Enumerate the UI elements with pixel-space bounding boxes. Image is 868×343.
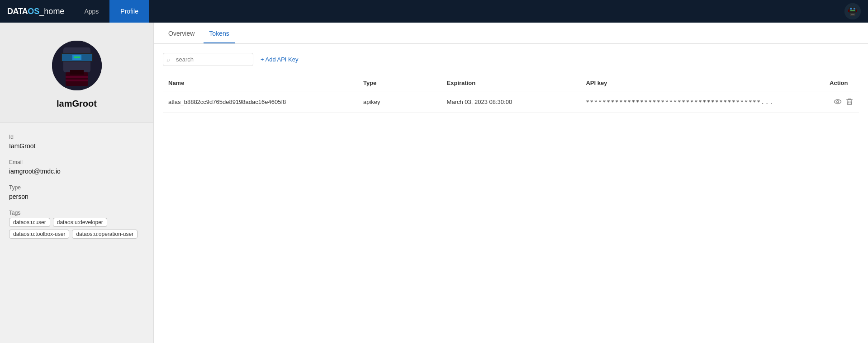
svg-rect-6 — [856, 9, 857, 12]
nav-tab-apps[interactable]: Apps — [73, 0, 109, 23]
brand-home-text: _home — [39, 7, 64, 16]
table-row: atlas_b8882cc9d765de89198adac16e4605f8 a… — [163, 91, 859, 113]
trash-icon — [845, 98, 854, 106]
top-navigation: DATAOS _home Apps Profile — [0, 0, 868, 23]
nav-right — [844, 3, 861, 19]
avatar-image — [52, 41, 102, 90]
sidebar: IamGroot Id IamGroot Email iamgroot@tmdc… — [0, 23, 154, 343]
svg-rect-18 — [66, 80, 88, 81]
tag-chip: dataos:u:toolbox-user — [9, 230, 69, 239]
username: IamGroot — [57, 99, 97, 109]
user-avatar-icon — [844, 3, 861, 19]
svg-rect-8 — [851, 14, 854, 15]
tags-group: Tags dataos:u:userdataos:u:developerdata… — [9, 210, 144, 239]
profile-details: Id IamGroot Email iamgroot@tmdc.io Type … — [0, 123, 153, 249]
main-layout: IamGroot Id IamGroot Email iamgroot@tmdc… — [0, 23, 868, 343]
delete-key-button[interactable] — [845, 98, 854, 106]
svg-rect-17 — [66, 76, 88, 78]
content-area: Overview Tokens ⌕ + Add API Key Name Typ… — [154, 23, 868, 343]
cell-type: apikey — [358, 91, 441, 113]
tags-label: Tags — [9, 210, 144, 216]
tab-overview[interactable]: Overview — [163, 23, 200, 43]
col-header-action: Action — [824, 75, 859, 91]
svg-rect-5 — [848, 9, 849, 12]
view-key-button[interactable] — [834, 98, 842, 106]
type-group: Type person — [9, 184, 144, 201]
settings-icon-btn[interactable] — [844, 3, 861, 19]
eye-icon — [834, 98, 842, 106]
type-label: Type — [9, 184, 144, 191]
brand-os-text: OS — [28, 7, 39, 16]
col-header-name: Name — [163, 75, 358, 91]
avatar — [52, 41, 102, 90]
search-wrap: ⌕ — [163, 53, 253, 66]
svg-rect-4 — [850, 10, 855, 11]
id-label: Id — [9, 134, 144, 140]
toolbar: ⌕ + Add API Key — [163, 53, 859, 66]
tab-tokens[interactable]: Tokens — [204, 23, 234, 43]
table-header-row: Name Type Expiration API key Action — [163, 75, 859, 91]
email-group: Email iamgroot@tmdc.io — [9, 159, 144, 175]
id-value: IamGroot — [9, 142, 35, 150]
cell-action — [824, 91, 859, 113]
tokens-content: ⌕ + Add API Key Name Type Expiration API… — [154, 44, 868, 343]
search-icon: ⌕ — [166, 56, 170, 63]
tag-chip: dataos:u:user — [9, 218, 50, 227]
svg-rect-14 — [74, 56, 80, 58]
col-header-apikey: API key — [580, 75, 824, 91]
type-value: person — [9, 193, 28, 200]
tag-chip: dataos:u:developer — [53, 218, 107, 227]
tag-chip: dataos:u:operation-user — [72, 230, 138, 239]
tab-bar: Overview Tokens — [154, 23, 868, 44]
cell-expiration: March 03, 2023 08:30:00 — [441, 91, 581, 113]
email-label: Email — [9, 159, 144, 165]
avatar-section: IamGroot — [0, 23, 153, 123]
svg-point-19 — [835, 100, 841, 104]
nav-tab-profile[interactable]: Profile — [109, 0, 149, 23]
id-group: Id IamGroot — [9, 134, 144, 150]
nav-tabs: Apps Profile — [73, 0, 149, 23]
col-header-type: Type — [358, 75, 441, 91]
cell-name: atlas_b8882cc9d765de89198adac16e4605f8 — [163, 91, 358, 113]
add-api-key-button[interactable]: + Add API Key — [261, 56, 298, 63]
tags-row: dataos:u:userdataos:u:developerdataos:u:… — [9, 218, 144, 239]
brand-logo: DATAOS _home — [7, 7, 64, 16]
search-input[interactable] — [163, 53, 253, 66]
svg-point-20 — [837, 101, 839, 103]
tokens-tbody: atlas_b8882cc9d765de89198adac16e4605f8 a… — [163, 91, 859, 113]
cell-apikey: ****************************************… — [580, 91, 824, 113]
svg-rect-3 — [854, 8, 855, 9]
email-value: iamgroot@tmdc.io — [9, 168, 61, 175]
col-header-expiration: Expiration — [441, 75, 581, 91]
svg-rect-16 — [70, 70, 84, 75]
svg-rect-2 — [850, 8, 852, 9]
tokens-table: Name Type Expiration API key Action atla… — [163, 75, 859, 113]
brand-data-text: DATA — [7, 7, 28, 16]
